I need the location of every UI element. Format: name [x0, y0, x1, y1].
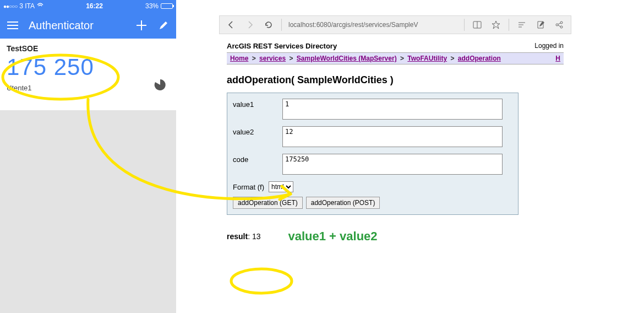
phone-status-bar: ●●○○○ 3 ITA 16:22 33%	[0, 0, 176, 12]
bc-layer[interactable]: SampleWorldCities (MapServer)	[297, 55, 397, 62]
select-format[interactable]: html	[269, 181, 293, 192]
forward-button[interactable]	[242, 18, 258, 32]
battery-pct: 33%	[145, 2, 159, 10]
operation-title: addOperation( SampleWorldCities )	[227, 74, 564, 86]
edit-icon[interactable]	[157, 19, 170, 31]
app-bar: Authenticator	[0, 12, 176, 39]
svg-rect-0	[7, 21, 18, 23]
share-icon[interactable]	[551, 18, 567, 32]
bc-tail[interactable]: H	[555, 55, 560, 62]
label-value2: value2	[233, 126, 282, 136]
url-input[interactable]	[286, 18, 460, 31]
svg-point-12	[560, 26, 563, 28]
bc-op[interactable]: addOperation	[458, 55, 501, 62]
favorite-icon[interactable]	[488, 18, 504, 32]
menu-icon[interactable]	[7, 19, 19, 31]
hub-icon[interactable]	[514, 18, 530, 32]
btn-get[interactable]: addOperation (GET)	[233, 197, 303, 209]
back-button[interactable]	[223, 18, 239, 32]
svg-rect-1	[7, 25, 18, 26]
svg-point-11	[560, 21, 563, 24]
result-text: result: 13	[227, 232, 260, 241]
entry-code: 175 250	[7, 54, 170, 80]
browser-nav-bar	[219, 15, 571, 34]
status-time: 16:22	[47, 2, 142, 10]
app-title: Authenticator	[29, 19, 125, 32]
svg-line-14	[558, 25, 560, 26]
svg-rect-2	[7, 28, 18, 29]
svg-point-16	[231, 269, 292, 293]
label-format: Format (f)	[233, 183, 264, 191]
carrier-label: 3 ITA	[19, 2, 35, 10]
svg-rect-4	[137, 25, 146, 26]
breadcrumb: Home > services > SampleWorldCities (Map…	[227, 52, 564, 64]
wifi-icon	[37, 2, 43, 10]
battery-icon	[161, 3, 173, 9]
signal-dots-icon: ●●○○○	[3, 2, 17, 10]
reading-list-icon[interactable]	[469, 18, 485, 32]
entry-user: Utente1	[7, 84, 170, 92]
notes-icon[interactable]	[532, 18, 549, 32]
input-value2[interactable]	[282, 126, 503, 147]
label-code: code	[233, 154, 282, 164]
countdown-icon	[154, 79, 166, 91]
bc-home[interactable]: Home	[230, 55, 248, 62]
totp-entry[interactable]: TestSOE 175 250 Utente1	[0, 39, 176, 96]
input-code[interactable]	[282, 154, 503, 175]
label-value1: value1	[233, 99, 282, 109]
directory-title: ArcGIS REST Services Directory	[227, 42, 337, 50]
btn-post[interactable]: addOperation (POST)	[306, 197, 380, 209]
page-body: ArcGIS REST Services Directory Logged in…	[219, 34, 571, 244]
reload-button[interactable]	[260, 18, 277, 32]
entry-name: TestSOE	[7, 44, 170, 53]
svg-point-10	[556, 24, 558, 26]
login-status: Logged in	[534, 42, 564, 50]
input-value1[interactable]	[282, 99, 503, 120]
add-icon[interactable]	[135, 19, 148, 31]
browser-window: ArcGIS REST Services Directory Logged in…	[219, 15, 571, 244]
bc-util[interactable]: TwoFAUtility	[407, 55, 447, 62]
operation-form: value1 value2 code Format (f) html addOp…	[227, 93, 519, 215]
authenticator-app: ●●○○○ 3 ITA 16:22 33% Authenticator	[0, 0, 176, 313]
bc-services[interactable]: services	[259, 55, 286, 62]
svg-line-13	[558, 23, 560, 24]
annotation-formula: value1 + value2	[288, 229, 377, 244]
